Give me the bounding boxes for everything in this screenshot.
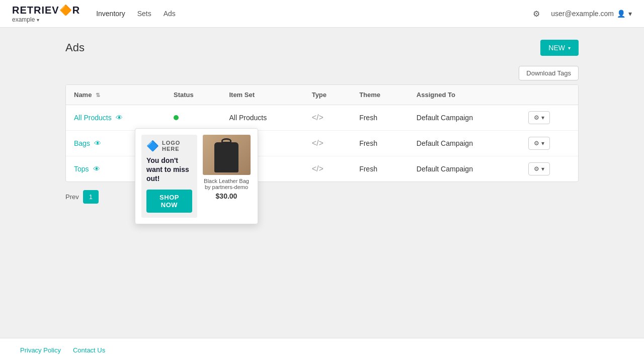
logo-highlight: 🔶 bbox=[59, 5, 72, 16]
row-action-button[interactable]: ⚙ ▾ bbox=[528, 137, 550, 150]
row-item-set-cell: All Products bbox=[221, 105, 303, 131]
new-button[interactable]: NEW ▾ bbox=[540, 40, 579, 56]
page-number-button[interactable]: 1 bbox=[83, 190, 99, 204]
user-email: user@example.com bbox=[551, 10, 614, 18]
row-action-button[interactable]: ⚙ ▾ bbox=[528, 111, 550, 124]
ad-product-price: $30.00 bbox=[216, 192, 237, 200]
col-type: Type bbox=[304, 85, 351, 105]
user-menu[interactable]: user@example.com 👤 ▾ bbox=[551, 10, 632, 18]
table-row: All Products 👁 All Products </> bbox=[66, 105, 578, 131]
row-type-cell: </> bbox=[304, 156, 351, 182]
ad-logo-text: LOGO HERE bbox=[162, 140, 192, 152]
ad-preview-popup: 🔷 LOGO HERE You don't want to miss out! … bbox=[135, 128, 258, 224]
ad-product-image bbox=[203, 135, 251, 175]
footer-privacy-link[interactable]: Privacy Policy bbox=[20, 346, 61, 354]
code-icon: </> bbox=[312, 164, 324, 173]
col-actions bbox=[520, 85, 578, 105]
code-icon: </> bbox=[312, 113, 324, 122]
ad-product-name: Black Leather Bag bbox=[204, 178, 249, 184]
row-action-cell: ⚙ ▾ bbox=[520, 131, 578, 156]
ad-cta-button[interactable]: SHOP NOW bbox=[146, 190, 192, 213]
row-assigned-cell: Default Campaign bbox=[409, 156, 520, 182]
preview-eye-icon[interactable]: 👁 bbox=[94, 139, 101, 147]
logo: RETRIEV🔶R example ▾ bbox=[12, 4, 80, 23]
action-caret: ▾ bbox=[541, 114, 544, 121]
col-assigned-to: Assigned To bbox=[409, 85, 520, 105]
row-type-cell: </> bbox=[304, 131, 351, 156]
nav-sets[interactable]: Sets bbox=[137, 8, 151, 20]
ad-arrow-icon: 🔷 bbox=[146, 140, 159, 152]
row-name-cell: All Products 👁 bbox=[66, 105, 166, 131]
gear-icon: ⚙ bbox=[534, 114, 539, 121]
user-icon: 👤 bbox=[617, 10, 625, 18]
col-item-set: Item Set bbox=[221, 85, 303, 105]
row-action-button[interactable]: ⚙ ▾ bbox=[528, 162, 550, 175]
table-header-row: Name ⇅ Status Item Set Type Theme Assign… bbox=[66, 85, 578, 105]
row-assigned-cell: Default Campaign bbox=[409, 131, 520, 156]
main-nav: Inventory Sets Ads bbox=[96, 8, 176, 20]
page-title: Ads bbox=[65, 41, 85, 54]
nav-ads[interactable]: Ads bbox=[164, 8, 176, 20]
row-assigned-cell: Default Campaign bbox=[409, 105, 520, 131]
row-action-cell: ⚙ ▾ bbox=[520, 105, 578, 131]
row-type-cell: </> bbox=[304, 105, 351, 131]
ad-logo-area: 🔷 LOGO HERE bbox=[146, 140, 192, 152]
user-caret: ▾ bbox=[628, 10, 632, 18]
gear-icon: ⚙ bbox=[534, 140, 539, 147]
preview-eye-icon[interactable]: 👁 bbox=[116, 114, 123, 122]
action-caret: ▾ bbox=[541, 165, 544, 172]
row-theme-cell: Fresh bbox=[351, 156, 409, 182]
ad-name-link[interactable]: All Products 👁 bbox=[74, 114, 157, 122]
col-name[interactable]: Name ⇅ bbox=[66, 85, 166, 105]
footer-contact-link[interactable]: Contact Us bbox=[73, 346, 105, 354]
row-theme-cell: Fresh bbox=[351, 105, 409, 131]
nav-inventory[interactable]: Inventory bbox=[96, 8, 125, 20]
row-theme-cell: Fresh bbox=[351, 131, 409, 156]
row-action-cell: ⚙ ▾ bbox=[520, 156, 578, 182]
prev-label: Prev bbox=[65, 193, 79, 201]
gear-icon: ⚙ bbox=[534, 165, 539, 172]
col-status: Status bbox=[166, 85, 221, 105]
col-theme: Theme bbox=[351, 85, 409, 105]
settings-button[interactable]: ⚙ bbox=[530, 6, 543, 22]
download-tags-button[interactable]: Download Tags bbox=[519, 66, 579, 80]
action-caret: ▾ bbox=[541, 140, 544, 147]
preview-eye-icon[interactable]: 👁 bbox=[93, 165, 100, 173]
row-status-cell bbox=[166, 105, 221, 131]
toolbar: Download Tags bbox=[65, 66, 579, 80]
sort-icon: ⇅ bbox=[96, 92, 100, 98]
ad-product-seller: by partners-demo bbox=[205, 184, 248, 190]
ad-tagline: You don't want to miss out! bbox=[146, 156, 192, 184]
account-label: example ▾ bbox=[12, 16, 80, 23]
code-icon: </> bbox=[312, 139, 324, 147]
footer: Privacy Policy Contact Us bbox=[0, 338, 644, 362]
new-button-caret: ▾ bbox=[568, 45, 571, 51]
page-header: Ads NEW ▾ bbox=[65, 40, 579, 56]
status-active-dot bbox=[174, 115, 179, 120]
